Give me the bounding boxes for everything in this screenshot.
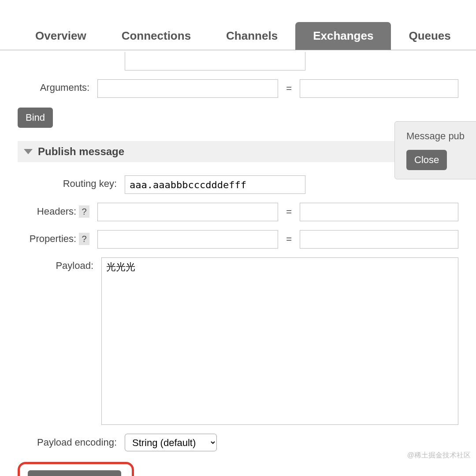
properties-label: Properties:	[30, 233, 76, 245]
publish-section-title: Publish message	[38, 145, 124, 158]
encoding-row: Payload encoding: String (default)	[18, 434, 458, 451]
routing-key-row: Routing key:	[18, 175, 458, 194]
equals-sign: =	[286, 83, 292, 94]
arguments-value-input[interactable]	[300, 79, 458, 98]
main-tabs: Overview Connections Channels Exchanges …	[0, 22, 476, 50]
headers-key-input[interactable]	[97, 203, 278, 221]
routing-key-input[interactable]	[125, 175, 305, 194]
properties-row: Properties: ? =	[18, 230, 458, 249]
equals-sign: =	[286, 234, 292, 245]
tab-exchanges[interactable]: Exchanges	[295, 22, 391, 50]
tab-queues[interactable]: Queues	[391, 22, 468, 50]
publish-section-header[interactable]: Publish message	[18, 141, 458, 162]
properties-help-icon[interactable]: ?	[79, 233, 89, 245]
tab-overview[interactable]: Overview	[18, 22, 104, 50]
headers-row: Headers: ? =	[18, 203, 458, 221]
tab-connections[interactable]: Connections	[104, 22, 208, 50]
publish-highlight: Publish message	[18, 462, 134, 476]
watermark: @稀土掘金技术社区	[407, 451, 471, 460]
bind-button[interactable]: Bind	[18, 108, 53, 128]
properties-key-input[interactable]	[97, 230, 278, 249]
routing-key-label: Routing key:	[18, 175, 117, 190]
close-button[interactable]: Close	[406, 150, 447, 170]
headers-help-icon[interactable]: ?	[79, 205, 89, 218]
encoding-label: Payload encoding:	[18, 437, 117, 448]
cut-off-row	[18, 52, 458, 71]
equals-sign: =	[286, 206, 292, 218]
headers-value-input[interactable]	[300, 203, 458, 221]
message-popup: Message pub Close	[394, 121, 476, 179]
popup-title: Message pub	[406, 130, 470, 142]
tab-channels[interactable]: Channels	[208, 22, 295, 50]
chevron-down-icon	[24, 149, 33, 154]
cut-input[interactable]	[125, 52, 305, 71]
payload-textarea[interactable]	[101, 257, 458, 425]
headers-label: Headers:	[37, 206, 76, 217]
arguments-label: Arguments:	[18, 79, 89, 93]
payload-row: Payload:	[18, 257, 458, 425]
arguments-key-input[interactable]	[97, 79, 278, 98]
encoding-select[interactable]: String (default)	[125, 434, 217, 451]
publish-button[interactable]: Publish message	[28, 470, 121, 476]
properties-value-input[interactable]	[300, 230, 458, 249]
payload-label: Payload:	[18, 257, 93, 271]
arguments-row: Arguments: =	[18, 79, 458, 98]
